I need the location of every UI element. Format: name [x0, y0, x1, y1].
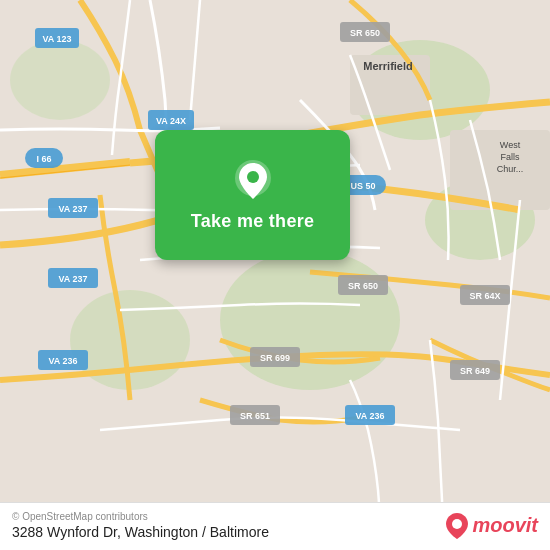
moovit-logo: moovit [446, 513, 538, 539]
svg-text:SR 64X: SR 64X [469, 291, 500, 301]
bottom-bar: © OpenStreetMap contributors 3288 Wynfor… [0, 502, 550, 550]
svg-text:VA 123: VA 123 [42, 34, 71, 44]
take-me-there-card[interactable]: Take me there [155, 130, 350, 260]
address-text: 3288 Wynford Dr, Washington / Baltimore [12, 524, 269, 540]
take-me-there-label: Take me there [191, 211, 315, 232]
svg-point-5 [10, 40, 110, 120]
svg-text:SR 651: SR 651 [240, 411, 270, 421]
svg-text:SR 650: SR 650 [348, 281, 378, 291]
moovit-pin-icon [446, 513, 468, 539]
map-container: VA 123 I 66 VA 24X VA 237 VA 237 VA 236 … [0, 0, 550, 550]
svg-text:SR 649: SR 649 [460, 366, 490, 376]
svg-text:West: West [500, 140, 521, 150]
svg-text:VA 24X: VA 24X [156, 116, 186, 126]
location-pin-icon [231, 159, 275, 203]
svg-text:VA 237: VA 237 [58, 274, 87, 284]
svg-text:Falls: Falls [500, 152, 520, 162]
svg-point-44 [452, 519, 462, 529]
svg-text:VA 236: VA 236 [48, 356, 77, 366]
svg-text:VA 237: VA 237 [58, 204, 87, 214]
svg-point-43 [247, 171, 259, 183]
svg-text:I 66: I 66 [36, 154, 51, 164]
svg-text:Chur...: Chur... [497, 164, 524, 174]
svg-text:Merrifield: Merrifield [363, 60, 413, 72]
svg-point-1 [220, 250, 400, 390]
address-section: © OpenStreetMap contributors 3288 Wynfor… [12, 511, 269, 540]
svg-text:SR 650: SR 650 [350, 28, 380, 38]
moovit-brand-text: moovit [472, 514, 538, 537]
svg-text:US 50: US 50 [350, 181, 375, 191]
road-network: VA 123 I 66 VA 24X VA 237 VA 237 VA 236 … [0, 0, 550, 550]
copyright-text: © OpenStreetMap contributors [12, 511, 269, 522]
svg-text:SR 699: SR 699 [260, 353, 290, 363]
svg-text:VA 236: VA 236 [355, 411, 384, 421]
